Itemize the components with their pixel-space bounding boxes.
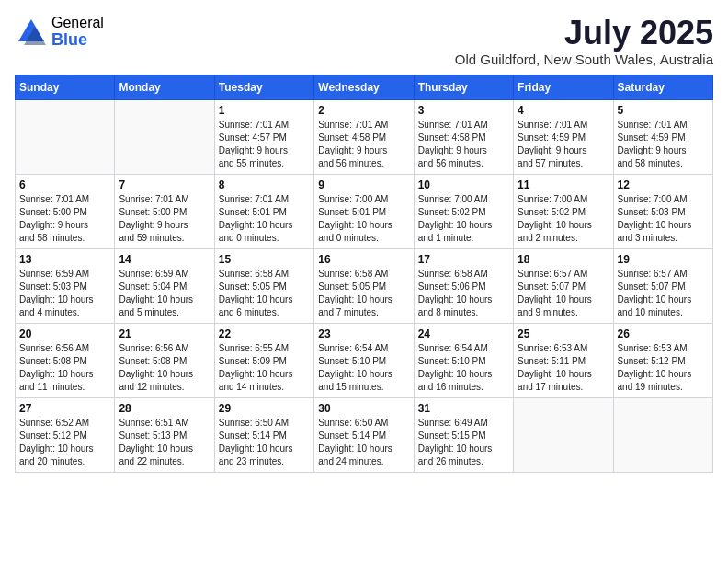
day-number: 5	[618, 104, 709, 117]
calendar-cell: 2Sunrise: 7:01 AM Sunset: 4:58 PM Daylig…	[314, 99, 414, 174]
day-info: Sunrise: 6:59 AM Sunset: 5:04 PM Dayligh…	[119, 268, 210, 319]
day-info: Sunrise: 6:57 AM Sunset: 5:07 PM Dayligh…	[618, 268, 709, 319]
day-info: Sunrise: 6:58 AM Sunset: 5:05 PM Dayligh…	[318, 268, 409, 319]
month-title: July 2025	[455, 15, 713, 52]
day-number: 13	[19, 253, 110, 266]
weekday-header: Thursday	[414, 75, 513, 99]
day-info: Sunrise: 6:49 AM Sunset: 5:15 PM Dayligh…	[418, 417, 509, 468]
logo-general: General	[51, 15, 104, 31]
calendar-cell: 14Sunrise: 6:59 AM Sunset: 5:04 PM Dayli…	[115, 248, 214, 323]
calendar-cell: 10Sunrise: 7:00 AM Sunset: 5:02 PM Dayli…	[414, 174, 513, 248]
day-number: 8	[219, 178, 310, 191]
day-number: 21	[119, 327, 210, 340]
calendar-cell: 25Sunrise: 6:53 AM Sunset: 5:11 PM Dayli…	[514, 323, 613, 397]
day-info: Sunrise: 6:55 AM Sunset: 5:09 PM Dayligh…	[219, 342, 310, 394]
day-info: Sunrise: 7:01 AM Sunset: 4:58 PM Dayligh…	[418, 119, 509, 170]
location: Old Guildford, New South Wales, Australi…	[455, 52, 713, 67]
day-number: 15	[219, 253, 310, 266]
day-info: Sunrise: 6:56 AM Sunset: 5:08 PM Dayligh…	[19, 342, 110, 394]
calendar-cell: 16Sunrise: 6:58 AM Sunset: 5:05 PM Dayli…	[314, 248, 414, 323]
day-info: Sunrise: 7:01 AM Sunset: 5:00 PM Dayligh…	[119, 193, 210, 245]
calendar-cell	[514, 397, 613, 472]
calendar-week-row: 27Sunrise: 6:52 AM Sunset: 5:12 PM Dayli…	[16, 397, 713, 472]
calendar-cell: 17Sunrise: 6:58 AM Sunset: 5:06 PM Dayli…	[414, 248, 513, 323]
day-number: 23	[318, 327, 409, 340]
day-info: Sunrise: 7:01 AM Sunset: 5:00 PM Dayligh…	[19, 193, 110, 245]
day-number: 18	[518, 253, 609, 266]
calendar-cell: 22Sunrise: 6:55 AM Sunset: 5:09 PM Dayli…	[214, 323, 313, 397]
day-info: Sunrise: 7:01 AM Sunset: 5:01 PM Dayligh…	[219, 193, 310, 245]
day-number: 9	[318, 178, 409, 191]
day-info: Sunrise: 6:50 AM Sunset: 5:14 PM Dayligh…	[318, 417, 409, 468]
weekday-header: Sunday	[16, 75, 115, 99]
day-info: Sunrise: 6:54 AM Sunset: 5:10 PM Dayligh…	[418, 342, 509, 394]
day-info: Sunrise: 6:50 AM Sunset: 5:14 PM Dayligh…	[219, 417, 310, 468]
calendar-cell: 15Sunrise: 6:58 AM Sunset: 5:05 PM Dayli…	[214, 248, 313, 323]
day-number: 3	[418, 104, 509, 117]
calendar-cell: 23Sunrise: 6:54 AM Sunset: 5:10 PM Dayli…	[314, 323, 414, 397]
calendar-cell: 11Sunrise: 7:00 AM Sunset: 5:02 PM Dayli…	[514, 174, 613, 248]
calendar-week-row: 20Sunrise: 6:56 AM Sunset: 5:08 PM Dayli…	[16, 323, 713, 397]
day-number: 26	[618, 327, 709, 340]
calendar-cell: 31Sunrise: 6:49 AM Sunset: 5:15 PM Dayli…	[414, 397, 513, 472]
weekday-header-row: SundayMondayTuesdayWednesdayThursdayFrid…	[16, 75, 713, 99]
calendar-cell: 18Sunrise: 6:57 AM Sunset: 5:07 PM Dayli…	[514, 248, 613, 323]
calendar-cell: 12Sunrise: 7:00 AM Sunset: 5:03 PM Dayli…	[613, 174, 712, 248]
day-number: 17	[418, 253, 509, 266]
day-number: 29	[219, 402, 310, 415]
calendar-cell: 19Sunrise: 6:57 AM Sunset: 5:07 PM Dayli…	[613, 248, 712, 323]
day-number: 27	[19, 402, 110, 415]
day-number: 24	[418, 327, 509, 340]
day-info: Sunrise: 6:58 AM Sunset: 5:05 PM Dayligh…	[219, 268, 310, 319]
day-number: 19	[618, 253, 709, 266]
calendar-cell: 27Sunrise: 6:52 AM Sunset: 5:12 PM Dayli…	[16, 397, 115, 472]
day-info: Sunrise: 7:01 AM Sunset: 4:58 PM Dayligh…	[318, 119, 409, 170]
day-info: Sunrise: 6:52 AM Sunset: 5:12 PM Dayligh…	[19, 417, 110, 468]
calendar-cell: 21Sunrise: 6:56 AM Sunset: 5:08 PM Dayli…	[115, 323, 214, 397]
day-info: Sunrise: 7:00 AM Sunset: 5:03 PM Dayligh…	[618, 193, 709, 245]
day-number: 10	[418, 178, 509, 191]
day-info: Sunrise: 6:51 AM Sunset: 5:13 PM Dayligh…	[119, 417, 210, 468]
logo-text: General Blue	[51, 15, 104, 49]
day-info: Sunrise: 6:53 AM Sunset: 5:12 PM Dayligh…	[618, 342, 709, 394]
calendar-cell: 5Sunrise: 7:01 AM Sunset: 4:59 PM Daylig…	[613, 99, 712, 174]
day-number: 31	[418, 402, 509, 415]
day-number: 20	[19, 327, 110, 340]
calendar-table: SundayMondayTuesdayWednesdayThursdayFrid…	[15, 75, 713, 473]
day-info: Sunrise: 7:00 AM Sunset: 5:01 PM Dayligh…	[318, 193, 409, 245]
calendar-cell: 7Sunrise: 7:01 AM Sunset: 5:00 PM Daylig…	[115, 174, 214, 248]
calendar-cell: 29Sunrise: 6:50 AM Sunset: 5:14 PM Dayli…	[214, 397, 313, 472]
calendar-week-row: 6Sunrise: 7:01 AM Sunset: 5:00 PM Daylig…	[16, 174, 713, 248]
calendar-week-row: 1Sunrise: 7:01 AM Sunset: 4:57 PM Daylig…	[16, 99, 713, 174]
weekday-header: Tuesday	[214, 75, 313, 99]
calendar-cell: 9Sunrise: 7:00 AM Sunset: 5:01 PM Daylig…	[314, 174, 414, 248]
calendar-cell: 6Sunrise: 7:01 AM Sunset: 5:00 PM Daylig…	[16, 174, 115, 248]
calendar-cell	[115, 99, 214, 174]
day-info: Sunrise: 7:00 AM Sunset: 5:02 PM Dayligh…	[518, 193, 609, 245]
logo-blue: Blue	[51, 31, 104, 50]
calendar-cell: 3Sunrise: 7:01 AM Sunset: 4:58 PM Daylig…	[414, 99, 513, 174]
calendar-cell	[613, 397, 712, 472]
day-info: Sunrise: 7:01 AM Sunset: 4:59 PM Dayligh…	[618, 119, 709, 170]
logo-icon	[15, 16, 48, 49]
weekday-header: Monday	[115, 75, 214, 99]
day-number: 22	[219, 327, 310, 340]
day-number: 25	[518, 327, 609, 340]
day-number: 14	[119, 253, 210, 266]
day-number: 12	[618, 178, 709, 191]
title-block: July 2025 Old Guildford, New South Wales…	[455, 15, 713, 67]
calendar-cell: 26Sunrise: 6:53 AM Sunset: 5:12 PM Dayli…	[613, 323, 712, 397]
day-number: 2	[318, 104, 409, 117]
day-number: 28	[119, 402, 210, 415]
day-info: Sunrise: 7:01 AM Sunset: 4:59 PM Dayligh…	[518, 119, 609, 170]
weekday-header: Friday	[514, 75, 613, 99]
calendar-cell	[16, 99, 115, 174]
calendar-cell: 30Sunrise: 6:50 AM Sunset: 5:14 PM Dayli…	[314, 397, 414, 472]
day-number: 11	[518, 178, 609, 191]
day-info: Sunrise: 6:54 AM Sunset: 5:10 PM Dayligh…	[318, 342, 409, 394]
calendar-cell: 24Sunrise: 6:54 AM Sunset: 5:10 PM Dayli…	[414, 323, 513, 397]
day-number: 30	[318, 402, 409, 415]
calendar-cell: 13Sunrise: 6:59 AM Sunset: 5:03 PM Dayli…	[16, 248, 115, 323]
day-info: Sunrise: 6:59 AM Sunset: 5:03 PM Dayligh…	[19, 268, 110, 319]
day-number: 4	[518, 104, 609, 117]
